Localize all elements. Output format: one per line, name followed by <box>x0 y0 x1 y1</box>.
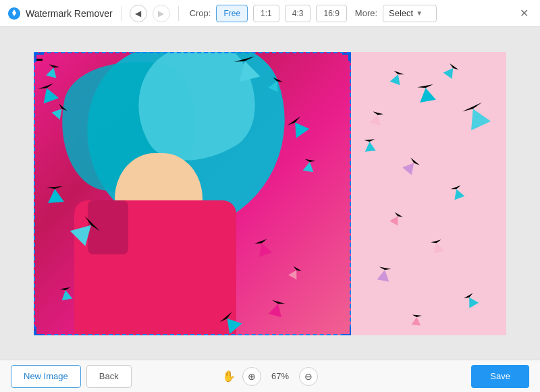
zoom-out-icon: ⊖ <box>304 371 313 382</box>
confetti-tri <box>288 266 302 279</box>
crop-label: Crop: <box>190 8 211 18</box>
zoom-in-icon: ⊕ <box>248 371 256 382</box>
zoom-in-button[interactable]: ⊕ <box>242 367 261 386</box>
triangle-decoration <box>389 212 403 225</box>
select-dropdown[interactable]: Select ▼ <box>383 5 437 22</box>
chevron-down-icon: ▼ <box>416 9 423 17</box>
close-button[interactable]: ✕ <box>514 4 533 23</box>
bottom-toolbar: New Image Back ✋ ⊕ 67% ⊖ Save <box>0 360 540 392</box>
confetti-tri <box>60 287 73 300</box>
crop-4-3-button[interactable]: 4:3 <box>285 5 311 22</box>
triangle-decoration <box>464 293 479 308</box>
confetti-tri <box>47 186 64 202</box>
triangle-decoration <box>462 102 491 130</box>
confetti-tri <box>46 64 59 78</box>
more-label: More: <box>355 8 377 18</box>
triangle-decoration <box>417 84 436 103</box>
confetti-tri <box>38 83 59 103</box>
triangle-decoration <box>411 314 421 325</box>
triangle-decoration <box>451 185 465 199</box>
zoom-level: 67% <box>268 371 292 381</box>
zoom-controls: ✋ ⊕ 67% ⊖ <box>222 367 318 386</box>
select-label: Select <box>389 8 413 18</box>
triangle-decoration <box>431 240 444 254</box>
triangle-decoration <box>364 139 375 151</box>
confetti-tri <box>288 116 310 138</box>
triangle-decoration <box>370 111 383 125</box>
confetti-tri <box>269 300 286 316</box>
crop-1-1-button[interactable]: 1:1 <box>253 5 279 22</box>
photo-canvas <box>34 52 351 335</box>
hand-tool-icon[interactable]: ✋ <box>222 370 236 383</box>
back-button[interactable]: Back <box>86 365 132 388</box>
app-logo-icon <box>7 6 22 21</box>
zoom-out-button[interactable]: ⊖ <box>299 367 318 386</box>
svg-point-0 <box>13 12 16 15</box>
back-nav-button[interactable]: ◀ <box>130 5 147 22</box>
uncropped-area <box>351 52 506 335</box>
triangle-decoration <box>390 70 404 84</box>
divider2 <box>178 6 179 21</box>
save-button[interactable]: Save <box>471 365 529 388</box>
app-title: Watermark Remover <box>26 8 113 19</box>
bottom-left-actions: New Image Back <box>11 365 132 388</box>
main-canvas-area <box>0 27 540 360</box>
confetti-tri <box>254 239 272 257</box>
image-container <box>34 52 506 335</box>
triangle-decoration <box>402 157 420 175</box>
forward-nav-button[interactable]: ▶ <box>153 5 170 22</box>
crop-region <box>34 52 351 335</box>
crop-16-9-button[interactable]: 16:9 <box>316 5 346 22</box>
divider <box>121 6 122 21</box>
confetti-tri <box>303 159 316 172</box>
app-logo: Watermark Remover <box>7 6 113 21</box>
crop-free-button[interactable]: Free <box>216 5 248 22</box>
triangle-decoration <box>443 63 459 78</box>
titlebar: Watermark Remover ◀ ▶ Crop: Free 1:1 4:3… <box>0 0 540 27</box>
new-image-button[interactable]: New Image <box>11 365 81 388</box>
triangle-decoration <box>377 267 391 281</box>
